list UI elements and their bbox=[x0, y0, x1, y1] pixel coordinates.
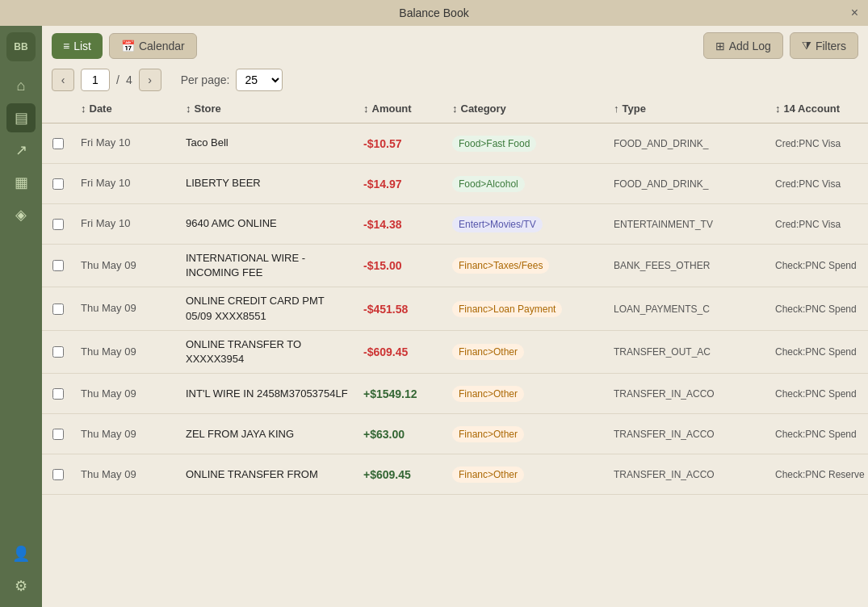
row-amount-5: -$609.45 bbox=[357, 339, 446, 365]
per-page-label: Per page: bbox=[181, 73, 230, 86]
row-checkbox-3[interactable] bbox=[42, 253, 74, 278]
list-button[interactable]: ≡ List bbox=[52, 33, 103, 59]
page-input[interactable]: 1 bbox=[81, 69, 110, 91]
per-page-select[interactable]: 10 25 50 100 bbox=[236, 69, 283, 91]
col-header-category[interactable]: ↕ Category bbox=[446, 98, 607, 119]
row-amount-7: +$63.00 bbox=[357, 421, 446, 447]
row-date-8: Thu May 09 bbox=[74, 461, 179, 488]
col-header-type[interactable]: ↑ Type bbox=[607, 98, 769, 119]
prev-page-button[interactable]: ‹ bbox=[52, 69, 74, 91]
table-row[interactable]: Thu May 09 ONLINE CREDIT CARD PMT 05/09 … bbox=[42, 287, 868, 330]
row-type-2: ENTERTAINMENT_TV bbox=[607, 212, 769, 237]
row-category-1: Food>Alcohol bbox=[446, 170, 607, 199]
page-total: 4 bbox=[126, 73, 132, 86]
row-checkbox-2[interactable] bbox=[42, 212, 74, 237]
table-row[interactable]: Fri May 10 9640 AMC ONLINE -$14.38 Enter… bbox=[42, 204, 868, 245]
sidebar-item-home[interactable]: ⌂ bbox=[6, 71, 36, 100]
store-sort-icon: ↕ bbox=[186, 103, 191, 115]
row-type-5: TRANSFER_OUT_AC bbox=[607, 340, 769, 364]
calendar-icon: 📅 bbox=[121, 40, 135, 52]
row-store-2: 9640 AMC ONLINE bbox=[179, 210, 357, 237]
row-checkbox-7[interactable] bbox=[42, 422, 74, 446]
row-amount-8: +$609.45 bbox=[357, 462, 446, 488]
row-checkbox-4[interactable] bbox=[42, 297, 74, 321]
row-checkbox-0[interactable] bbox=[42, 132, 74, 156]
title-bar: Balance Book × bbox=[0, 0, 868, 26]
row-store-7: ZEL FROM JAYA KING bbox=[179, 421, 357, 448]
toolbar: ≡ List 📅 Calendar ⊞ Add Log ⧩ Filters bbox=[42, 26, 868, 65]
row-type-7: TRANSFER_IN_ACCO bbox=[607, 422, 769, 446]
table-row[interactable]: Fri May 10 LIBERTY BEER -$14.97 Food>Alc… bbox=[42, 164, 868, 204]
row-amount-4: -$451.58 bbox=[357, 296, 446, 322]
row-category-0: Food>Fast Food bbox=[446, 129, 607, 158]
column-headers: ↕ Date ↕ Store ↕ Amount ↕ Category ↑ Typ… bbox=[42, 98, 868, 123]
row-category-8: Financ>Other bbox=[446, 460, 607, 489]
row-account-2: Cred:PNC Visa bbox=[769, 212, 868, 237]
row-date-5: Thu May 09 bbox=[74, 338, 179, 366]
col-header-store[interactable]: ↕ Store bbox=[179, 98, 357, 119]
category-sort-icon: ↕ bbox=[452, 103, 458, 115]
row-category-7: Financ>Other bbox=[446, 420, 607, 449]
category-badge-5: Financ>Other bbox=[452, 344, 524, 360]
filters-button[interactable]: ⧩ Filters bbox=[790, 32, 858, 59]
row-type-3: BANK_FEES_OTHER bbox=[607, 253, 769, 278]
row-type-4: LOAN_PAYMENTS_C bbox=[607, 297, 769, 321]
row-date-1: Fri May 10 bbox=[74, 170, 179, 197]
row-store-5: ONLINE TRANSFER TO XXXXX3954 bbox=[179, 331, 357, 373]
add-log-icon: ⊞ bbox=[715, 40, 725, 52]
table-row[interactable]: Thu May 09 ONLINE TRANSFER TO XXXXX3954 … bbox=[42, 331, 868, 374]
category-badge-3: Financ>Taxes/Fees bbox=[452, 257, 549, 274]
col-header-date[interactable]: ↕ Date bbox=[74, 98, 179, 119]
sidebar-item-calendar[interactable]: ▦ bbox=[6, 168, 36, 197]
table-row[interactable]: Thu May 09 INTERNATIONAL WIRE - INCOMING… bbox=[42, 245, 868, 287]
content-area: ≡ List 📅 Calendar ⊞ Add Log ⧩ Filters bbox=[42, 26, 868, 607]
col-header-amount[interactable]: ↕ Amount bbox=[357, 98, 446, 119]
row-checkbox-6[interactable] bbox=[42, 382, 74, 406]
date-sort-icon: ↕ bbox=[81, 103, 86, 115]
table-row[interactable]: Fri May 10 Taco Bell -$10.57 Food>Fast F… bbox=[42, 123, 868, 164]
sidebar-item-book[interactable]: ▤ bbox=[6, 103, 36, 132]
table-row[interactable]: Thu May 09 INT'L WIRE IN 2458M37053754LF… bbox=[42, 374, 868, 414]
add-log-button[interactable]: ⊞ Add Log bbox=[703, 32, 783, 59]
row-date-0: Fri May 10 bbox=[74, 129, 179, 157]
row-amount-0: -$10.57 bbox=[357, 131, 446, 157]
category-badge-0: Food>Fast Food bbox=[452, 136, 536, 152]
sidebar: BB ⌂ ▤ ↗ ▦ ◈ 👤 ⚙ bbox=[0, 26, 42, 607]
row-type-8: TRANSFER_IN_ACCO bbox=[607, 463, 769, 487]
type-sort-icon: ↑ bbox=[614, 103, 619, 115]
toolbar-left: ≡ List 📅 Calendar bbox=[52, 33, 197, 59]
row-account-5: Check:PNC Spend bbox=[769, 340, 868, 364]
sidebar-item-settings[interactable]: ⚙ bbox=[6, 571, 36, 601]
category-badge-2: Entert>Movies/TV bbox=[452, 216, 543, 232]
col-header-account[interactable]: ↕ 14 Account bbox=[769, 98, 868, 119]
sidebar-item-chart[interactable]: ↗ bbox=[6, 136, 36, 165]
row-store-1: LIBERTY BEER bbox=[179, 170, 357, 197]
table-row[interactable]: Thu May 09 ZEL FROM JAYA KING +$63.00 Fi… bbox=[42, 414, 868, 454]
table-row[interactable]: Thu May 09 ONLINE TRANSFER FROM +$609.45… bbox=[42, 454, 868, 495]
row-account-3: Check:PNC Spend bbox=[769, 253, 868, 278]
row-date-6: Thu May 09 bbox=[74, 380, 179, 408]
calendar-button[interactable]: 📅 Calendar bbox=[109, 33, 197, 59]
row-type-1: FOOD_AND_DRINK_ bbox=[607, 172, 769, 196]
row-date-4: Thu May 09 bbox=[74, 295, 179, 322]
category-badge-1: Food>Alcohol bbox=[452, 176, 525, 192]
row-store-6: INT'L WIRE IN 2458M37053754LF bbox=[179, 380, 357, 408]
row-account-0: Cred:PNC Visa bbox=[769, 132, 868, 156]
col-header-checkbox bbox=[42, 98, 74, 119]
category-badge-4: Financ>Loan Payment bbox=[452, 301, 562, 317]
toolbar-right: ⊞ Add Log ⧩ Filters bbox=[703, 32, 858, 59]
row-checkbox-5[interactable] bbox=[42, 340, 74, 364]
app-title: Balance Book bbox=[399, 6, 468, 19]
row-amount-2: -$14.38 bbox=[357, 211, 446, 237]
row-checkbox-8[interactable] bbox=[42, 463, 74, 487]
next-page-button[interactable]: › bbox=[139, 69, 161, 91]
sidebar-item-tag[interactable]: ◈ bbox=[6, 200, 36, 229]
sidebar-item-user[interactable]: 👤 bbox=[6, 539, 36, 568]
row-checkbox-1[interactable] bbox=[42, 172, 74, 196]
row-category-4: Financ>Loan Payment bbox=[446, 295, 607, 324]
filters-icon: ⧩ bbox=[802, 39, 811, 52]
page-separator: / bbox=[116, 73, 120, 86]
close-button[interactable]: × bbox=[851, 6, 858, 20]
row-store-4: ONLINE CREDIT CARD PMT 05/09 XXXX8551 bbox=[179, 287, 357, 329]
row-category-5: Financ>Other bbox=[446, 337, 607, 366]
